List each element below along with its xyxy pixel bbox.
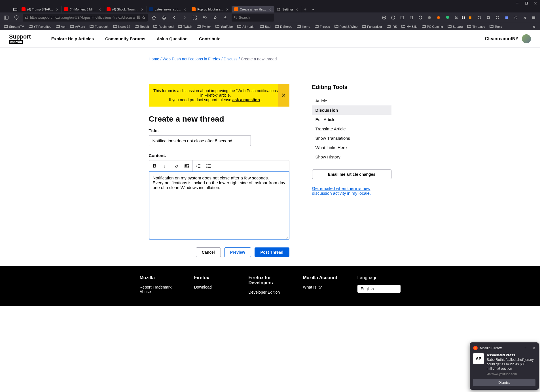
footer-link[interactable]: Developer Edition <box>249 290 292 294</box>
editing-tool-item[interactable]: What Links Here <box>312 143 391 152</box>
subscribe-locale-link[interactable]: Get emailed when there is new discussion… <box>312 186 391 196</box>
extensions-button[interactable] <box>512 14 520 22</box>
bookmark-item[interactable]: AW.org <box>68 24 87 29</box>
link-button[interactable] <box>173 163 180 169</box>
bookmarks-overflow-button[interactable] <box>530 23 538 30</box>
extension-icon[interactable] <box>475 14 483 22</box>
image-button[interactable] <box>183 163 190 169</box>
bookmark-item[interactable]: Home <box>295 24 312 29</box>
content-textarea[interactable]: Notification on my system does not close… <box>149 171 289 240</box>
bookmark-item[interactable]: All health <box>236 24 257 29</box>
bookmark-item[interactable]: Robinhood <box>152 24 175 29</box>
browser-tab[interactable]: Latest news, sport and opinion✕ <box>147 6 189 12</box>
window-close-button[interactable] <box>533 1 538 5</box>
nav-forward-button[interactable] <box>181 14 189 22</box>
extension-icon[interactable] <box>425 14 433 22</box>
notification-close-button[interactable]: ✕ <box>532 346 535 350</box>
tab-list-button[interactable] <box>309 6 317 12</box>
tab-close-button[interactable]: ✕ <box>295 8 299 11</box>
breadcrumb-discuss[interactable]: Discuss <box>224 57 238 61</box>
notification-count-badge[interactable]: 58 <box>462 16 465 19</box>
nav-link[interactable]: Ask a Question <box>157 36 188 41</box>
bookmark-item[interactable]: E-Stores <box>273 24 294 29</box>
new-tab-button[interactable]: + <box>301 6 309 12</box>
editing-tool-item[interactable]: Translate Article <box>312 124 391 134</box>
unordered-list-button[interactable] <box>205 163 212 169</box>
tab-close-button[interactable]: ✕ <box>98 8 102 11</box>
email-changes-button[interactable]: Email me article changes <box>312 169 391 179</box>
tab-close-button[interactable]: ✕ <box>226 8 229 11</box>
tab-close-button[interactable]: ✕ <box>56 8 59 11</box>
sidebar-button[interactable] <box>2 14 10 22</box>
footer-link[interactable]: Report Trademark Abuse <box>140 285 183 294</box>
overflow-button[interactable] <box>521 14 529 22</box>
post-thread-button[interactable]: Post Thread <box>255 247 289 257</box>
bookmark-item[interactable]: Time.gov <box>465 24 487 29</box>
editing-tool-item[interactable]: Edit Article <box>312 115 391 124</box>
bookmark-item[interactable]: Reddit <box>133 24 151 29</box>
browser-tab[interactable]: (4) Moment 3 Michigan mall g✕ <box>62 6 104 12</box>
breadcrumb-article[interactable]: Web Push notifications in Firefox <box>163 57 221 61</box>
extension-icon[interactable] <box>389 14 397 22</box>
extension-icon[interactable] <box>466 14 474 22</box>
nav-back-button[interactable] <box>170 14 178 22</box>
extension-icon[interactable] <box>503 14 511 22</box>
username-label[interactable]: CleanteamofNY <box>485 36 518 41</box>
app-menu-button[interactable] <box>530 14 538 22</box>
tab-close-button[interactable]: ✕ <box>141 8 144 11</box>
footer-link[interactable]: Download <box>194 285 237 289</box>
browser-tab[interactable]: (4) Trump SNAPS, LOSES IT ov✕ <box>19 6 62 12</box>
browser-tab[interactable]: Pop-up blocker settings, excep✕ <box>189 6 232 12</box>
ordered-list-button[interactable]: 123 <box>195 163 202 169</box>
nav-link[interactable]: Contribute <box>199 36 221 41</box>
extension-icon[interactable] <box>407 14 415 22</box>
nav-link[interactable]: Explore Help Articles <box>51 36 94 41</box>
bookmark-star-icon[interactable] <box>142 16 145 20</box>
extension-icon[interactable] <box>444 14 452 22</box>
home-button[interactable] <box>150 14 158 22</box>
preview-button[interactable]: Preview <box>224 247 251 257</box>
editing-tool-item[interactable]: Article <box>312 96 391 105</box>
fullscreen-button[interactable] <box>191 14 199 22</box>
window-minimize-button[interactable] <box>515 1 520 5</box>
notification-menu-button[interactable]: ⋯ <box>524 346 528 350</box>
site-logo[interactable]: Support moz://a <box>9 33 31 44</box>
editing-tool-item[interactable]: Discussion <box>312 105 391 115</box>
footer-link[interactable]: What Is It? <box>303 285 346 289</box>
extension-icon[interactable] <box>380 14 388 22</box>
browser-tab[interactable]: (4) Shook: Trump 'rattled' as Ka✕ <box>104 6 147 12</box>
bookmark-item[interactable]: My Bills <box>400 24 419 29</box>
bookmark-item[interactable]: Aol <box>54 24 67 29</box>
editing-tool-item[interactable]: Show History <box>312 152 391 162</box>
url-bar[interactable]: https://support.mozilla.org/en-US/kb/pus… <box>23 14 148 22</box>
extension-icon[interactable] <box>398 14 406 22</box>
cancel-button[interactable]: Cancel <box>196 247 221 257</box>
browser-tab[interactable]: Settings✕ <box>274 6 301 12</box>
extension-icon[interactable] <box>484 14 492 22</box>
window-maximize-button[interactable] <box>524 1 529 5</box>
notification-dismiss-button[interactable]: Dismiss <box>473 379 535 386</box>
ask-question-link[interactable]: ask a question <box>232 98 260 102</box>
reload-button[interactable] <box>201 14 209 22</box>
downloads-button[interactable] <box>221 14 229 22</box>
bold-button[interactable]: B <box>151 163 158 169</box>
bookmark-item[interactable]: Tools <box>488 24 504 29</box>
editing-tool-item[interactable]: Show Translations <box>312 134 391 143</box>
tab-close-button[interactable]: ✕ <box>268 8 272 11</box>
bookmark-item[interactable]: Twitter <box>195 24 213 29</box>
print-button[interactable] <box>160 14 168 22</box>
bookmark-item[interactable]: Food & Wine <box>333 24 359 29</box>
extension-icon[interactable] <box>435 14 442 22</box>
bookmark-item[interactable]: Facebook <box>88 24 110 29</box>
banner-close-button[interactable]: ✕ <box>278 84 289 107</box>
tab-close-button[interactable]: ✕ <box>183 8 187 11</box>
shield-icon[interactable] <box>12 14 20 22</box>
bookmark-item[interactable]: News 12 <box>111 24 132 29</box>
bookmark-item[interactable]: Twitch <box>176 24 194 29</box>
search-bar[interactable]: Search <box>232 14 274 22</box>
title-input[interactable] <box>149 135 251 146</box>
bookmark-item[interactable]: Bad <box>258 24 272 29</box>
bookmark-item[interactable]: Fundraiser <box>360 24 384 29</box>
bookmark-item[interactable]: Stream/TV <box>2 24 26 29</box>
bookmark-item[interactable]: Fitness <box>313 24 331 29</box>
